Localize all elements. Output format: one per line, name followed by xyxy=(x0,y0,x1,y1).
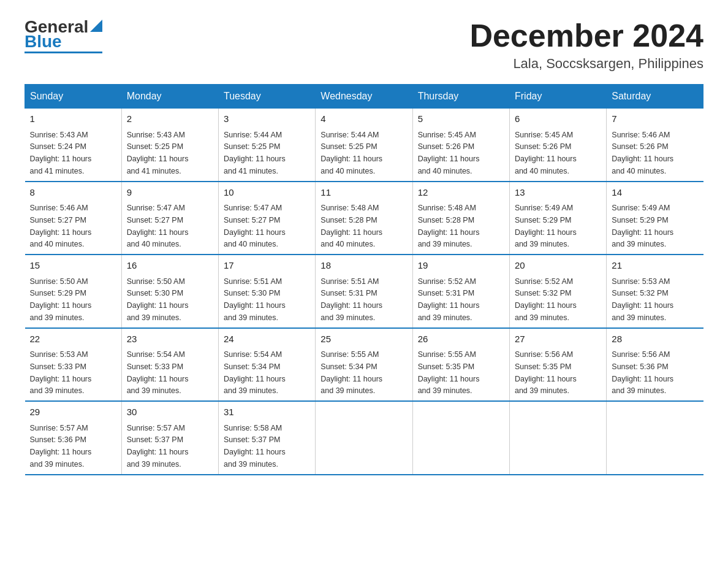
calendar-title: December 2024 xyxy=(469,18,703,53)
day-cell: 1Sunrise: 5:43 AM Sunset: 5:24 PM Daylig… xyxy=(25,109,122,182)
week-row-4: 22Sunrise: 5:53 AM Sunset: 5:33 PM Dayli… xyxy=(25,328,703,402)
day-info: Sunrise: 5:55 AM Sunset: 5:34 PM Dayligh… xyxy=(320,350,382,395)
week-row-2: 8Sunrise: 5:46 AM Sunset: 5:27 PM Daylig… xyxy=(25,182,703,255)
logo-triangle-icon xyxy=(90,20,102,32)
calendar-body: 1Sunrise: 5:43 AM Sunset: 5:24 PM Daylig… xyxy=(25,109,703,475)
day-cell: 11Sunrise: 5:48 AM Sunset: 5:28 PM Dayli… xyxy=(316,182,412,255)
header-cell-friday: Friday xyxy=(509,85,606,109)
day-number: 1 xyxy=(30,112,116,126)
week-row-1: 1Sunrise: 5:43 AM Sunset: 5:24 PM Daylig… xyxy=(25,109,703,182)
day-cell: 7Sunrise: 5:46 AM Sunset: 5:26 PM Daylig… xyxy=(607,109,703,182)
day-cell: 8Sunrise: 5:46 AM Sunset: 5:27 PM Daylig… xyxy=(25,182,122,255)
day-cell: 17Sunrise: 5:51 AM Sunset: 5:30 PM Dayli… xyxy=(218,255,315,328)
day-number: 7 xyxy=(612,112,698,126)
day-number: 8 xyxy=(30,186,116,200)
day-number: 21 xyxy=(612,259,698,273)
calendar-table: SundayMondayTuesdayWednesdayThursdayFrid… xyxy=(25,84,703,475)
day-number: 19 xyxy=(418,259,504,273)
day-cell: 20Sunrise: 5:52 AM Sunset: 5:32 PM Dayli… xyxy=(509,255,606,328)
day-cell: 13Sunrise: 5:49 AM Sunset: 5:29 PM Dayli… xyxy=(509,182,606,255)
day-info: Sunrise: 5:44 AM Sunset: 5:25 PM Dayligh… xyxy=(320,131,382,175)
day-info: Sunrise: 5:45 AM Sunset: 5:26 PM Dayligh… xyxy=(515,131,577,175)
day-cell: 16Sunrise: 5:50 AM Sunset: 5:30 PM Dayli… xyxy=(121,255,218,328)
day-info: Sunrise: 5:52 AM Sunset: 5:31 PM Dayligh… xyxy=(418,277,480,322)
day-number: 29 xyxy=(30,405,116,419)
day-number: 16 xyxy=(127,259,213,273)
logo-underline xyxy=(25,52,102,53)
day-info: Sunrise: 5:43 AM Sunset: 5:24 PM Dayligh… xyxy=(30,131,92,175)
day-number: 15 xyxy=(30,259,116,273)
header-cell-thursday: Thursday xyxy=(412,85,509,109)
day-cell: 27Sunrise: 5:56 AM Sunset: 5:35 PM Dayli… xyxy=(509,328,606,402)
svg-marker-0 xyxy=(90,20,102,32)
day-number: 25 xyxy=(320,332,407,347)
day-cell: 26Sunrise: 5:55 AM Sunset: 5:35 PM Dayli… xyxy=(412,328,509,402)
day-info: Sunrise: 5:49 AM Sunset: 5:29 PM Dayligh… xyxy=(612,204,673,248)
header-row: SundayMondayTuesdayWednesdayThursdayFrid… xyxy=(25,85,703,109)
day-cell: 30Sunrise: 5:57 AM Sunset: 5:37 PM Dayli… xyxy=(121,401,218,475)
day-cell: 19Sunrise: 5:52 AM Sunset: 5:31 PM Dayli… xyxy=(412,255,509,328)
logo: General Blue xyxy=(25,18,102,53)
day-number: 12 xyxy=(418,186,504,200)
day-cell: 6Sunrise: 5:45 AM Sunset: 5:26 PM Daylig… xyxy=(509,109,606,182)
day-cell: 25Sunrise: 5:55 AM Sunset: 5:34 PM Dayli… xyxy=(316,328,412,402)
day-number: 3 xyxy=(224,112,310,126)
day-number: 17 xyxy=(224,259,310,273)
day-info: Sunrise: 5:54 AM Sunset: 5:34 PM Dayligh… xyxy=(224,350,286,395)
day-cell xyxy=(509,401,606,475)
day-number: 24 xyxy=(224,332,310,347)
day-info: Sunrise: 5:51 AM Sunset: 5:31 PM Dayligh… xyxy=(320,277,382,322)
day-number: 30 xyxy=(127,405,213,419)
day-cell xyxy=(412,401,509,475)
day-cell: 21Sunrise: 5:53 AM Sunset: 5:32 PM Dayli… xyxy=(607,255,703,328)
day-cell: 4Sunrise: 5:44 AM Sunset: 5:25 PM Daylig… xyxy=(316,109,412,182)
day-cell: 10Sunrise: 5:47 AM Sunset: 5:27 PM Dayli… xyxy=(218,182,315,255)
day-info: Sunrise: 5:50 AM Sunset: 5:29 PM Dayligh… xyxy=(30,277,92,322)
day-info: Sunrise: 5:47 AM Sunset: 5:27 PM Dayligh… xyxy=(224,204,286,248)
header-cell-tuesday: Tuesday xyxy=(218,85,315,109)
page-header: General Blue December 2024 Lala, Soccsks… xyxy=(25,18,703,72)
day-number: 26 xyxy=(418,332,504,347)
day-number: 4 xyxy=(320,112,407,126)
day-info: Sunrise: 5:44 AM Sunset: 5:25 PM Dayligh… xyxy=(224,131,286,175)
day-number: 22 xyxy=(30,332,116,347)
header-cell-monday: Monday xyxy=(121,85,218,109)
day-number: 18 xyxy=(320,259,407,273)
week-row-3: 15Sunrise: 5:50 AM Sunset: 5:29 PM Dayli… xyxy=(25,255,703,328)
day-info: Sunrise: 5:57 AM Sunset: 5:36 PM Dayligh… xyxy=(30,424,92,469)
header-cell-saturday: Saturday xyxy=(607,85,703,109)
day-info: Sunrise: 5:46 AM Sunset: 5:27 PM Dayligh… xyxy=(30,204,92,248)
day-number: 28 xyxy=(612,332,698,347)
day-number: 2 xyxy=(127,112,213,126)
day-cell: 29Sunrise: 5:57 AM Sunset: 5:36 PM Dayli… xyxy=(25,401,122,475)
day-number: 10 xyxy=(224,186,310,200)
day-info: Sunrise: 5:58 AM Sunset: 5:37 PM Dayligh… xyxy=(224,424,286,469)
header-cell-sunday: Sunday xyxy=(25,85,122,109)
day-info: Sunrise: 5:57 AM Sunset: 5:37 PM Dayligh… xyxy=(127,424,189,469)
day-info: Sunrise: 5:50 AM Sunset: 5:30 PM Dayligh… xyxy=(127,277,189,322)
day-cell: 28Sunrise: 5:56 AM Sunset: 5:36 PM Dayli… xyxy=(607,328,703,402)
day-cell: 24Sunrise: 5:54 AM Sunset: 5:34 PM Dayli… xyxy=(218,328,315,402)
week-row-5: 29Sunrise: 5:57 AM Sunset: 5:36 PM Dayli… xyxy=(25,401,703,475)
day-info: Sunrise: 5:47 AM Sunset: 5:27 PM Dayligh… xyxy=(127,204,189,248)
calendar-header: SundayMondayTuesdayWednesdayThursdayFrid… xyxy=(25,85,703,109)
header-cell-wednesday: Wednesday xyxy=(316,85,412,109)
day-info: Sunrise: 5:56 AM Sunset: 5:36 PM Dayligh… xyxy=(612,350,673,395)
logo-blue-text: Blue xyxy=(25,33,62,50)
day-cell xyxy=(607,401,703,475)
day-cell: 18Sunrise: 5:51 AM Sunset: 5:31 PM Dayli… xyxy=(316,255,412,328)
day-info: Sunrise: 5:56 AM Sunset: 5:35 PM Dayligh… xyxy=(515,350,577,395)
day-info: Sunrise: 5:43 AM Sunset: 5:25 PM Dayligh… xyxy=(127,131,189,175)
day-info: Sunrise: 5:48 AM Sunset: 5:28 PM Dayligh… xyxy=(418,204,480,248)
day-cell: 31Sunrise: 5:58 AM Sunset: 5:37 PM Dayli… xyxy=(218,401,315,475)
day-cell: 5Sunrise: 5:45 AM Sunset: 5:26 PM Daylig… xyxy=(412,109,509,182)
day-number: 5 xyxy=(418,112,504,126)
day-info: Sunrise: 5:45 AM Sunset: 5:26 PM Dayligh… xyxy=(418,131,480,175)
day-info: Sunrise: 5:53 AM Sunset: 5:32 PM Dayligh… xyxy=(612,277,673,322)
day-info: Sunrise: 5:52 AM Sunset: 5:32 PM Dayligh… xyxy=(515,277,577,322)
day-number: 31 xyxy=(224,405,310,419)
day-cell xyxy=(316,401,412,475)
day-info: Sunrise: 5:48 AM Sunset: 5:28 PM Dayligh… xyxy=(320,204,382,248)
day-info: Sunrise: 5:54 AM Sunset: 5:33 PM Dayligh… xyxy=(127,350,189,395)
day-cell: 9Sunrise: 5:47 AM Sunset: 5:27 PM Daylig… xyxy=(121,182,218,255)
